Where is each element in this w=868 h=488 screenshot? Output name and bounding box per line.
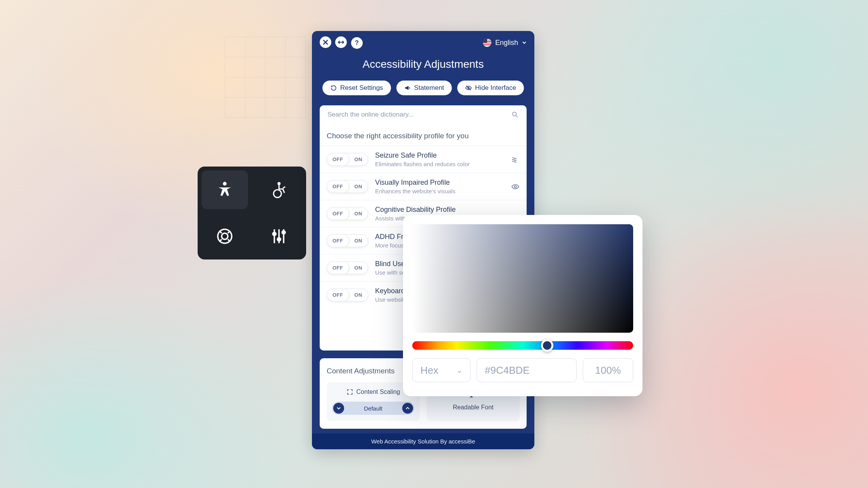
- svg-point-7: [282, 231, 285, 234]
- refresh-icon: [330, 84, 337, 91]
- scaling-decrease-button[interactable]: [333, 403, 344, 414]
- profile-name: Cognitive Disability Profile: [375, 206, 461, 214]
- language-selector[interactable]: English: [483, 38, 527, 47]
- scaling-increase-button[interactable]: [402, 403, 413, 414]
- profile-toggle[interactable]: OFFON: [327, 234, 368, 247]
- hex-input-wrapper: [477, 358, 577, 382]
- reset-settings-button[interactable]: Reset Settings: [322, 81, 391, 95]
- profile-toggle[interactable]: OFFON: [327, 207, 368, 220]
- statement-button[interactable]: Statement: [396, 81, 452, 95]
- toolbar-wheelchair-button[interactable]: [252, 167, 306, 213]
- profile-toggle[interactable]: OFFON: [327, 261, 368, 274]
- language-label: English: [495, 39, 518, 47]
- background-grid: [225, 37, 306, 118]
- chevron-down-icon: [336, 406, 341, 411]
- flag-icon: [483, 38, 491, 47]
- hue-thumb[interactable]: [541, 339, 553, 352]
- color-format-select[interactable]: Hex ⌄: [412, 358, 470, 382]
- wheelchair-icon: [270, 180, 288, 199]
- waves-icon: [511, 155, 520, 164]
- svg-point-9: [512, 112, 516, 116]
- profile-row: OFFON Visually Impaired Profile Enhances…: [320, 173, 527, 200]
- help-button[interactable]: ?: [351, 37, 363, 49]
- search-icon: [511, 111, 519, 119]
- hue-slider[interactable]: [412, 341, 633, 350]
- profile-toggle[interactable]: OFFON: [327, 180, 368, 193]
- search-input[interactable]: [327, 111, 511, 119]
- scaling-stepper: Default: [332, 402, 414, 415]
- lifebuoy-icon: [215, 227, 234, 246]
- toolbar-sliders-button[interactable]: [252, 213, 306, 259]
- hex-input[interactable]: [485, 364, 568, 376]
- profile-desc: Enhances the website's visuals: [375, 188, 455, 194]
- panel-title: Accessibility Adjustments: [312, 53, 534, 81]
- resize-button[interactable]: [335, 36, 347, 48]
- expand-icon: [346, 388, 353, 395]
- search-row: [320, 105, 527, 124]
- person-icon: [215, 180, 234, 199]
- svg-point-1: [277, 182, 281, 185]
- profile-name: Visually Impaired Profile: [375, 179, 455, 187]
- panel-footer: Web Accessibility Solution By accessiBe: [312, 433, 534, 449]
- profile-desc: Eliminates flashes and reduces color: [375, 161, 470, 167]
- svg-point-5: [273, 232, 276, 235]
- color-saturation-area[interactable]: [412, 224, 633, 333]
- profiles-heading: Choose the right accessibility profile f…: [320, 124, 527, 146]
- svg-point-0: [223, 182, 227, 186]
- alpha-value[interactable]: 100%: [583, 358, 633, 382]
- profile-toggle[interactable]: OFFON: [327, 153, 368, 166]
- svg-point-2: [274, 190, 281, 198]
- profile-row: OFFON Seizure Safe Profile Eliminates fl…: [320, 146, 527, 173]
- megaphone-icon: [404, 84, 411, 91]
- profile-toggle[interactable]: OFFON: [327, 289, 368, 301]
- eye-off-icon: [465, 84, 472, 91]
- hide-interface-button[interactable]: Hide Interface: [457, 81, 524, 95]
- accessibility-launcher-toolbar: [198, 167, 306, 259]
- close-icon: [323, 40, 328, 45]
- svg-point-6: [277, 238, 281, 241]
- toolbar-lifebuoy-button[interactable]: [198, 213, 252, 259]
- toolbar-person-button[interactable]: [202, 170, 248, 209]
- svg-point-10: [514, 186, 517, 188]
- profile-name: Seizure Safe Profile: [375, 151, 470, 160]
- resize-icon: [338, 40, 344, 45]
- sliders-icon: [270, 227, 288, 246]
- chevron-down-icon: [522, 40, 527, 45]
- svg-point-4: [222, 233, 228, 239]
- chevron-up-icon: [405, 406, 410, 411]
- panel-top-left: ?: [320, 36, 365, 49]
- scaling-value: Default: [345, 405, 401, 412]
- close-button[interactable]: [320, 36, 331, 48]
- color-picker-card: Hex ⌄ 100%: [403, 215, 642, 396]
- eye-icon: [511, 182, 520, 191]
- chevron-down-icon: ⌄: [456, 366, 462, 375]
